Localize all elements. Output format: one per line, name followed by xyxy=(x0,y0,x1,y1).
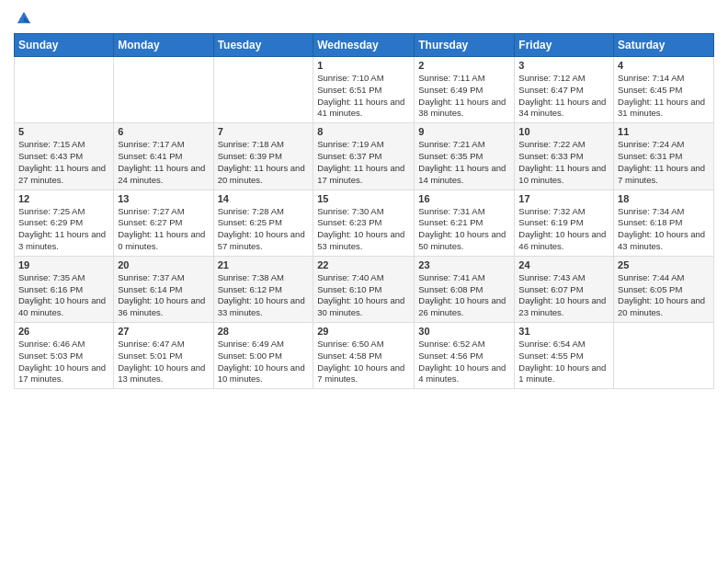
day-info: Sunrise: 7:22 AM Sunset: 6:33 PM Dayligh… xyxy=(518,139,609,186)
calendar-day-18: 18Sunrise: 7:34 AM Sunset: 6:18 PM Dayli… xyxy=(614,190,714,256)
day-info: Sunrise: 7:25 AM Sunset: 6:29 PM Dayligh… xyxy=(18,206,109,253)
col-header-tuesday: Tuesday xyxy=(213,34,313,57)
calendar-week-2: 12Sunrise: 7:25 AM Sunset: 6:29 PM Dayli… xyxy=(15,190,714,256)
day-info: Sunrise: 7:34 AM Sunset: 6:18 PM Dayligh… xyxy=(618,206,710,253)
calendar-day-16: 16Sunrise: 7:31 AM Sunset: 6:21 PM Dayli… xyxy=(415,190,515,256)
day-number: 18 xyxy=(618,193,710,204)
calendar-day-22: 22Sunrise: 7:40 AM Sunset: 6:10 PM Dayli… xyxy=(313,256,415,322)
day-number: 21 xyxy=(218,259,310,270)
calendar-day-empty xyxy=(213,57,313,123)
day-number: 27 xyxy=(118,326,209,337)
calendar-day-3: 3Sunrise: 7:12 AM Sunset: 6:47 PM Daylig… xyxy=(515,57,614,123)
calendar-day-12: 12Sunrise: 7:25 AM Sunset: 6:29 PM Dayli… xyxy=(15,190,114,256)
calendar-week-3: 19Sunrise: 7:35 AM Sunset: 6:16 PM Dayli… xyxy=(15,256,714,322)
calendar-day-empty xyxy=(614,323,714,389)
day-info: Sunrise: 7:38 AM Sunset: 6:12 PM Dayligh… xyxy=(218,272,310,319)
day-info: Sunrise: 7:18 AM Sunset: 6:39 PM Dayligh… xyxy=(218,139,310,186)
calendar-table: SundayMondayTuesdayWednesdayThursdayFrid… xyxy=(14,33,714,389)
day-info: Sunrise: 7:10 AM Sunset: 6:51 PM Dayligh… xyxy=(317,73,410,120)
day-number: 11 xyxy=(618,126,710,137)
calendar-week-4: 26Sunrise: 6:46 AM Sunset: 5:03 PM Dayli… xyxy=(15,323,714,389)
calendar-day-14: 14Sunrise: 7:28 AM Sunset: 6:25 PM Dayli… xyxy=(213,190,313,256)
day-number: 3 xyxy=(518,60,609,71)
day-number: 23 xyxy=(418,259,510,270)
day-number: 9 xyxy=(418,126,510,137)
day-number: 15 xyxy=(317,193,410,204)
day-info: Sunrise: 7:21 AM Sunset: 6:35 PM Dayligh… xyxy=(418,139,510,186)
calendar-day-23: 23Sunrise: 7:41 AM Sunset: 6:08 PM Dayli… xyxy=(415,256,515,322)
header xyxy=(14,9,714,26)
day-info: Sunrise: 7:12 AM Sunset: 6:47 PM Dayligh… xyxy=(518,73,609,120)
day-info: Sunrise: 7:11 AM Sunset: 6:49 PM Dayligh… xyxy=(418,73,510,120)
day-number: 8 xyxy=(317,126,410,137)
day-info: Sunrise: 7:27 AM Sunset: 6:27 PM Dayligh… xyxy=(118,206,209,253)
day-info: Sunrise: 7:15 AM Sunset: 6:43 PM Dayligh… xyxy=(18,139,109,186)
day-info: Sunrise: 6:54 AM Sunset: 4:55 PM Dayligh… xyxy=(518,339,609,385)
calendar-header-row: SundayMondayTuesdayWednesdayThursdayFrid… xyxy=(15,34,714,57)
calendar-day-7: 7Sunrise: 7:18 AM Sunset: 6:39 PM Daylig… xyxy=(213,123,313,190)
day-number: 10 xyxy=(518,126,609,137)
day-number: 17 xyxy=(518,193,609,204)
calendar-day-2: 2Sunrise: 7:11 AM Sunset: 6:49 PM Daylig… xyxy=(415,57,515,123)
calendar-day-8: 8Sunrise: 7:19 AM Sunset: 6:37 PM Daylig… xyxy=(313,123,415,190)
day-info: Sunrise: 6:46 AM Sunset: 5:03 PM Dayligh… xyxy=(18,339,109,385)
day-info: Sunrise: 7:43 AM Sunset: 6:07 PM Dayligh… xyxy=(518,272,609,319)
day-number: 2 xyxy=(418,60,510,71)
day-info: Sunrise: 7:32 AM Sunset: 6:19 PM Dayligh… xyxy=(518,206,609,253)
day-info: Sunrise: 6:52 AM Sunset: 4:56 PM Dayligh… xyxy=(418,339,510,385)
day-number: 30 xyxy=(418,326,510,337)
day-info: Sunrise: 7:17 AM Sunset: 6:41 PM Dayligh… xyxy=(118,139,209,186)
day-number: 6 xyxy=(118,126,209,137)
day-number: 14 xyxy=(218,193,310,204)
day-number: 28 xyxy=(218,326,310,337)
calendar-day-24: 24Sunrise: 7:43 AM Sunset: 6:07 PM Dayli… xyxy=(515,256,614,322)
calendar-day-30: 30Sunrise: 6:52 AM Sunset: 4:56 PM Dayli… xyxy=(415,323,515,389)
day-number: 16 xyxy=(418,193,510,204)
calendar-day-6: 6Sunrise: 7:17 AM Sunset: 6:41 PM Daylig… xyxy=(114,123,213,190)
col-header-sunday: Sunday xyxy=(15,34,114,57)
day-info: Sunrise: 7:35 AM Sunset: 6:16 PM Dayligh… xyxy=(18,272,109,319)
day-number: 22 xyxy=(317,259,410,270)
col-header-friday: Friday xyxy=(515,34,614,57)
day-number: 12 xyxy=(18,193,109,204)
day-number: 31 xyxy=(518,326,609,337)
day-number: 26 xyxy=(18,326,109,337)
calendar-day-empty xyxy=(114,57,213,123)
day-number: 1 xyxy=(317,60,410,71)
calendar-day-21: 21Sunrise: 7:38 AM Sunset: 6:12 PM Dayli… xyxy=(213,256,313,322)
day-number: 29 xyxy=(317,326,410,337)
calendar-day-empty xyxy=(15,57,114,123)
col-header-wednesday: Wednesday xyxy=(313,34,415,57)
day-number: 19 xyxy=(18,259,109,270)
day-number: 5 xyxy=(18,126,109,137)
calendar-day-27: 27Sunrise: 6:47 AM Sunset: 5:01 PM Dayli… xyxy=(114,323,213,389)
calendar-day-5: 5Sunrise: 7:15 AM Sunset: 6:43 PM Daylig… xyxy=(15,123,114,190)
day-number: 7 xyxy=(218,126,310,137)
logo xyxy=(14,9,32,26)
day-number: 25 xyxy=(618,259,710,270)
calendar-day-20: 20Sunrise: 7:37 AM Sunset: 6:14 PM Dayli… xyxy=(114,256,213,322)
calendar-day-11: 11Sunrise: 7:24 AM Sunset: 6:31 PM Dayli… xyxy=(614,123,714,190)
day-info: Sunrise: 7:40 AM Sunset: 6:10 PM Dayligh… xyxy=(317,272,410,319)
day-info: Sunrise: 7:28 AM Sunset: 6:25 PM Dayligh… xyxy=(218,206,310,253)
day-info: Sunrise: 6:47 AM Sunset: 5:01 PM Dayligh… xyxy=(118,339,209,385)
calendar-day-13: 13Sunrise: 7:27 AM Sunset: 6:27 PM Dayli… xyxy=(114,190,213,256)
day-info: Sunrise: 6:50 AM Sunset: 4:58 PM Dayligh… xyxy=(317,339,410,385)
day-info: Sunrise: 6:49 AM Sunset: 5:00 PM Dayligh… xyxy=(218,339,310,385)
calendar-day-1: 1Sunrise: 7:10 AM Sunset: 6:51 PM Daylig… xyxy=(313,57,415,123)
col-header-monday: Monday xyxy=(114,34,213,57)
day-info: Sunrise: 7:44 AM Sunset: 6:05 PM Dayligh… xyxy=(618,272,710,319)
page: SundayMondayTuesdayWednesdayThursdayFrid… xyxy=(0,0,728,563)
calendar-day-10: 10Sunrise: 7:22 AM Sunset: 6:33 PM Dayli… xyxy=(515,123,614,190)
calendar-day-26: 26Sunrise: 6:46 AM Sunset: 5:03 PM Dayli… xyxy=(15,323,114,389)
day-number: 20 xyxy=(118,259,209,270)
calendar-day-31: 31Sunrise: 6:54 AM Sunset: 4:55 PM Dayli… xyxy=(515,323,614,389)
day-info: Sunrise: 7:30 AM Sunset: 6:23 PM Dayligh… xyxy=(317,206,410,253)
day-number: 13 xyxy=(118,193,209,204)
col-header-saturday: Saturday xyxy=(614,34,714,57)
calendar-week-0: 1Sunrise: 7:10 AM Sunset: 6:51 PM Daylig… xyxy=(15,57,714,123)
calendar-day-4: 4Sunrise: 7:14 AM Sunset: 6:45 PM Daylig… xyxy=(614,57,714,123)
logo-icon xyxy=(16,9,32,26)
day-info: Sunrise: 7:41 AM Sunset: 6:08 PM Dayligh… xyxy=(418,272,510,319)
day-info: Sunrise: 7:31 AM Sunset: 6:21 PM Dayligh… xyxy=(418,206,510,253)
